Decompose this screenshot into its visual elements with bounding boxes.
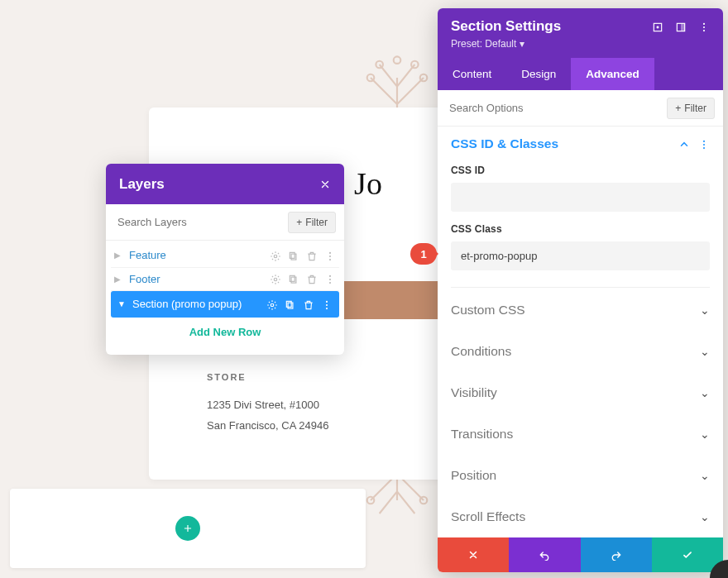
caret-down-icon: ▼	[117, 299, 127, 308]
svg-point-6	[420, 497, 428, 504]
section-conditions[interactable]: Conditions⌄	[438, 331, 723, 372]
svg-point-7	[274, 255, 277, 258]
layers-search-row: + Filter	[106, 204, 344, 241]
settings-filter-button[interactable]: + Filter	[667, 98, 715, 119]
redo-button[interactable]	[581, 537, 652, 572]
preset-dropdown[interactable]: Preset: Default ▾	[451, 38, 710, 50]
check-icon	[682, 549, 693, 561]
chevron-down-icon: ⌄	[700, 510, 710, 523]
svg-point-4	[394, 56, 401, 64]
section-transitions[interactable]: Transitions⌄	[438, 413, 723, 455]
tab-advanced[interactable]: Advanced	[571, 58, 654, 90]
svg-point-31	[703, 30, 705, 31]
settings-search-row: + Filter	[438, 90, 723, 127]
tab-design[interactable]: Design	[506, 58, 571, 90]
css-class-field: CSS Class	[438, 215, 723, 274]
layers-title: Layers	[119, 176, 165, 193]
layers-search-input[interactable]	[114, 211, 281, 233]
layer-row-selected[interactable]: ▼ Section (promo popup)	[111, 291, 339, 318]
section-scroll-effects[interactable]: Scroll Effects⌄	[438, 496, 723, 537]
layers-close-button[interactable]	[319, 175, 331, 193]
store-line2: San Francisco, CA 24946	[207, 416, 328, 437]
more-icon[interactable]	[324, 249, 336, 262]
svg-point-34	[703, 147, 705, 149]
gear-icon[interactable]	[270, 249, 281, 262]
layers-list: ▶ Feature ▶ Footer ▼ Section (promo popu…	[106, 241, 344, 355]
section-custom-css[interactable]: Custom CSS⌄	[438, 289, 723, 331]
trash-icon[interactable]	[306, 273, 318, 286]
svg-point-26	[657, 26, 659, 29]
trash-icon[interactable]	[303, 298, 314, 311]
plus-icon	[182, 523, 194, 534]
caret-right-icon: ▶	[114, 275, 124, 284]
css-class-label: CSS Class	[451, 223, 710, 235]
settings-tabs: Content Design Advanced	[438, 58, 723, 90]
svg-point-10	[329, 251, 331, 253]
svg-rect-8	[291, 254, 296, 260]
layers-header: Layers	[106, 164, 344, 204]
svg-rect-20	[288, 303, 293, 308]
svg-point-13	[274, 278, 277, 281]
layer-label[interactable]: Footer	[129, 273, 265, 285]
more-icon[interactable]	[698, 137, 710, 150]
section-position[interactable]: Position⌄	[438, 455, 723, 496]
chevron-down-icon: ⌄	[700, 345, 710, 358]
chevron-down-icon: ⌄	[700, 469, 710, 482]
more-icon[interactable]	[324, 273, 336, 286]
chevron-down-icon: ⌄	[700, 303, 710, 317]
svg-point-29	[703, 23, 705, 25]
layer-row[interactable]: ▶ Feature	[111, 244, 339, 268]
group-css-id-classes[interactable]: CSS ID & Classes	[438, 127, 723, 156]
more-icon[interactable]	[698, 20, 710, 33]
close-icon	[467, 549, 479, 561]
duplicate-icon[interactable]	[288, 273, 299, 286]
responsive-preview-icon[interactable]	[652, 20, 663, 33]
duplicate-icon[interactable]	[288, 249, 299, 262]
css-id-label: CSS ID	[451, 165, 710, 176]
duplicate-icon[interactable]	[285, 298, 296, 311]
discard-button[interactable]	[438, 537, 509, 572]
section-settings-panel: Section Settings Preset: Default ▾ Conte…	[438, 8, 723, 572]
svg-point-0	[367, 74, 375, 82]
svg-point-2	[376, 61, 383, 69]
svg-rect-15	[290, 275, 295, 281]
store-column: STORE 1235 Divi Street, #1000 San Franci…	[207, 372, 328, 436]
svg-point-32	[703, 141, 705, 142]
layer-label[interactable]: Section (promo popup)	[132, 298, 261, 310]
section-visibility[interactable]: Visibility⌄	[438, 372, 723, 413]
svg-point-1	[420, 74, 428, 82]
svg-point-22	[326, 301, 328, 303]
chevron-down-icon: ⌄	[700, 386, 710, 399]
tab-content[interactable]: Content	[438, 58, 506, 90]
more-icon[interactable]	[321, 298, 333, 311]
gear-icon[interactable]	[266, 298, 278, 311]
add-new-row-button[interactable]: Add New Row	[111, 318, 339, 346]
css-class-input[interactable]	[451, 241, 710, 270]
add-section-button[interactable]	[175, 516, 200, 541]
svg-rect-14	[291, 277, 296, 283]
settings-header: Section Settings Preset: Default ▾	[438, 8, 723, 58]
chevron-down-icon: ⌄	[700, 428, 710, 441]
svg-point-5	[367, 497, 375, 504]
gear-icon[interactable]	[270, 273, 281, 286]
svg-point-16	[329, 275, 331, 277]
svg-rect-28	[681, 23, 685, 31]
svg-rect-21	[286, 301, 291, 307]
settings-search-input[interactable]	[446, 97, 660, 119]
layer-label[interactable]: Feature	[129, 249, 265, 261]
add-section-bar	[10, 489, 366, 568]
expand-icon[interactable]	[675, 20, 687, 33]
svg-point-12	[329, 259, 331, 260]
layers-filter-button[interactable]: + Filter	[288, 212, 336, 233]
settings-body: CSS ID & Classes CSS ID CSS Class Custom…	[438, 127, 723, 537]
svg-point-18	[329, 282, 331, 284]
layer-row[interactable]: ▶ Footer	[111, 268, 339, 292]
svg-point-17	[329, 279, 331, 280]
caret-right-icon: ▶	[114, 251, 124, 260]
layers-filter-label: Filter	[305, 217, 328, 228]
collapse-icon[interactable]	[678, 137, 690, 150]
trash-icon[interactable]	[306, 249, 318, 262]
plus-small-icon: +	[296, 217, 302, 228]
undo-button[interactable]	[509, 537, 580, 572]
css-id-input[interactable]	[451, 183, 710, 212]
